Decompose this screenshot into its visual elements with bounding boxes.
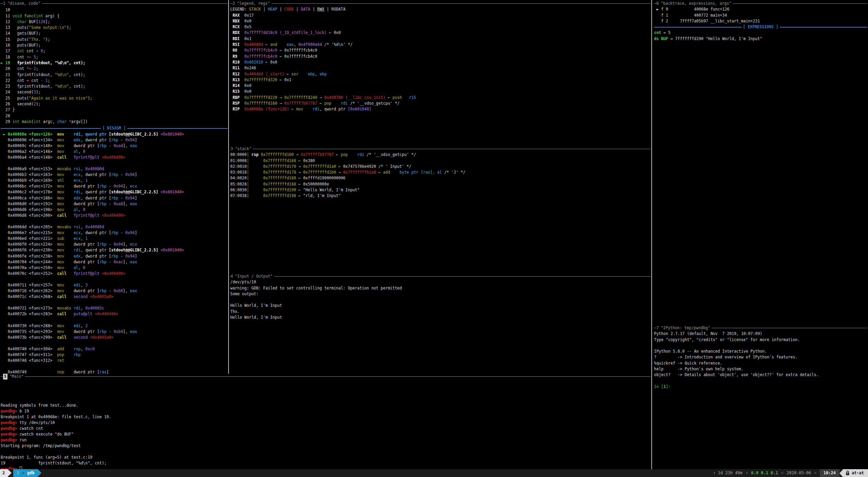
source-code[interactable]: 10 11 void func(int arg) { 12 char BUF[1… xyxy=(1,7,228,125)
disassembly[interactable]: ► 0x40068e <func+126> mov rdi, qword ptr… xyxy=(1,131,228,374)
terminal-line: 11 void func(int arg) { xyxy=(1,13,228,19)
terminal-line: R15 0x0 xyxy=(230,89,651,94)
pane-backtrace-expressions: ─6"backtrace, expressions, args" ► f 0 4… xyxy=(654,1,867,324)
pane-divider-vertical-right[interactable] xyxy=(651,0,652,469)
gdb-console[interactable]: Reading symbols from test...done.pwndbg>… xyxy=(1,379,651,469)
uptime-value: 1d 23h 49m xyxy=(718,469,742,477)
pane-title-io: ─4"Input / Output" xyxy=(230,273,651,279)
terminal-line xyxy=(1,218,228,224)
terminal-line: R9 0x7ffff7fcb4c0 ← 0x7ffff7fcb4c0 xyxy=(230,54,651,59)
terminal-line: 28 xyxy=(1,113,228,119)
terminal-line: Some output: xyxy=(230,291,651,297)
terminal-line: 18 cnt += 5; xyxy=(1,54,228,60)
expressions-divider-label: [ EXPRESSIONS ] xyxy=(742,24,780,30)
terminal-line: R10 0x602010 ← 0x0 xyxy=(230,59,651,65)
terminal-line: 0x400740 <func+304> add rsp, 0xc0 xyxy=(1,346,228,352)
terminal-line: IPython 5.8.0 -- An enhanced Interactive… xyxy=(654,349,867,354)
title-dash: ─ xyxy=(230,1,233,6)
terminal-line: 15 puts("Thx. "); xyxy=(1,37,228,42)
title-rule xyxy=(733,3,867,4)
terminal-line: 12 char BUF[128]; xyxy=(1,19,228,25)
powerline-arrow-icon xyxy=(8,469,12,477)
pane-title-label: "IPython: tmp/pwndbg" xyxy=(661,325,710,331)
powerline-arrow-icon xyxy=(839,470,843,477)
program-io[interactable]: /dev/pts/10warning: GDB: Failed to set c… xyxy=(230,279,651,320)
terminal-line: 0x4006fe <func+238> mov edx, dword ptr [… xyxy=(1,253,228,259)
pane-number: 3 xyxy=(231,146,233,152)
registers[interactable]: LEGEND: STACK | HEAP | CODE | DATA | RWX… xyxy=(230,6,651,112)
status-hostname: at-at xyxy=(843,469,868,477)
terminal-line xyxy=(1,160,228,166)
hostname: at-at xyxy=(852,469,864,477)
tmux-session-indicator[interactable]: 2 xyxy=(0,469,8,477)
terminal-line: RSI 0x40080d ← and eax, 0x4f000a64 /* '%… xyxy=(230,42,651,48)
terminal-line: 13 puts("Some output:\n"); xyxy=(1,25,228,31)
terminal-line: 24 second(3); xyxy=(1,89,228,95)
terminal-line: ► f 0 40068e func+126 xyxy=(654,6,867,12)
terminal-line: 19 fprintf(stdout, "%d\n", cnt); xyxy=(1,460,651,466)
terminal-line xyxy=(1,397,651,403)
terminal-line: 23 fprintf(stdout, "%d\n", cnt); xyxy=(1,84,228,89)
watch-expressions[interactable]: cnt = 5ds BUF = 7fffffffd190 "Hello Worl… xyxy=(654,30,867,42)
terminal-line: help -> Python's own help system. xyxy=(654,366,867,372)
terminal-line: RIP 0x40068e (func+126) ← mov rdi, qword… xyxy=(230,106,651,112)
pane-title-main: ─5"Main" xyxy=(1,374,651,379)
terminal-line: 0x4006d6 <func+198> mov al, 0 xyxy=(1,207,228,213)
terminal-line: Type "copyright", "credits" or "license"… xyxy=(654,337,867,343)
terminal-line: 0x40069c <func+140> mov dword ptr [rbp -… xyxy=(1,143,228,149)
text-cursor[interactable] xyxy=(20,466,22,469)
terminal-line: Hello World, I'm Input xyxy=(230,303,651,308)
terminal-line: 0x4006f6 <func+230> mov rdi, qword ptr [… xyxy=(1,247,228,253)
terminal-line: 0x400748 <func+312> ret xyxy=(1,358,228,364)
status-clock: 10:24 xyxy=(820,469,839,477)
terminal-line: 0x4006e7 <func+215> mov ecx, dword ptr [… xyxy=(1,230,228,236)
terminal-line: R8 0x7ffff7fcb4c0 ← 0x7ffff7fcb4c0 xyxy=(230,48,651,53)
terminal-line: 0x40070a <func+250> mov al, 0 xyxy=(1,265,228,271)
disasm-section-divider: [ DISASM ] xyxy=(1,125,228,131)
terminal-line: 03:0018│ 0x7fffffffd178 → 0x7fffffffd1b0… xyxy=(230,170,651,175)
terminal-line: 0x40070c <func+252> call fprintf@plt <0x… xyxy=(1,271,228,277)
terminal-line: 00:0000│ rsp 0x7fffffffd160 → 0x7ffff7b9… xyxy=(230,152,651,158)
divider-rule xyxy=(127,128,228,129)
divider-rule xyxy=(1,128,101,129)
title-rule xyxy=(272,3,651,4)
terminal-line: RDI 0x1 xyxy=(230,36,651,42)
lock-icon xyxy=(846,471,850,476)
status-date: 2020-03-06 xyxy=(786,469,811,477)
terminal-line: 0x4006c2 <func+178> mov rdi, qword ptr [… xyxy=(1,189,228,195)
disasm-divider-label: [ DISASM ] xyxy=(101,125,127,131)
terminal-line: ? -> Introduction and overview of IPytho… xyxy=(654,354,867,360)
pane-main-gdb[interactable]: ─5"Main" Reading symbols from test...don… xyxy=(1,374,651,469)
backtrace-frames[interactable]: ► f 0 40068e func+126 f 1 400772 main+34… xyxy=(654,6,867,24)
terminal-line: 29 int main(int argc, char *argv[]) xyxy=(1,119,228,125)
terminal-line: R11 0x246 xyxy=(230,65,651,71)
tmux-window-tab-gdb[interactable]: 1 > gdb xyxy=(13,469,38,477)
pane-divider-vertical-left[interactable] xyxy=(228,0,229,374)
pane-title-disasm-code: ─1"disasm, code" xyxy=(1,1,228,6)
stack-view[interactable]: 00:0000│ rsp 0x7fffffffd160 → 0x7ffff7b9… xyxy=(230,152,651,199)
title-dash: ─ xyxy=(1,1,3,6)
window-index: 1 xyxy=(17,469,19,477)
divider-rule xyxy=(780,27,867,28)
pane-number: 6 xyxy=(656,1,659,6)
terminal-line: 0x4006b3 <func+163> mov ecx, dword ptr [… xyxy=(1,172,228,178)
pane-title-label: "Main" xyxy=(10,374,24,379)
terminal-line: RAX 0x17 xyxy=(230,13,651,18)
terminal-line: ► 19 fprintf(stdout, "%d\n", cnt); xyxy=(1,60,228,66)
ipython-console[interactable]: Python 2.7.17 (default, Nov 7 2019, 10:0… xyxy=(654,331,867,390)
pane-number: 1 xyxy=(3,1,5,6)
terminal-line: 25 puts("Again as it was so nice"); xyxy=(1,95,228,101)
terminal-line: f 1 400772 main+34 xyxy=(654,13,867,18)
terminal-line: Reading symbols from test...done. xyxy=(1,403,651,408)
powerline-arrow-icon xyxy=(38,469,41,477)
terminal-line: R12 0x4004b0 (_start) ← xor ebp, ebp xyxy=(230,71,651,77)
pane-title-backtrace: ─6"backtrace, expressions, args" xyxy=(654,1,867,6)
terminal-line xyxy=(230,297,651,303)
terminal-line: RBX 0x0 xyxy=(230,18,651,24)
terminal-line xyxy=(1,364,228,369)
title-rule xyxy=(253,149,651,149)
terminal-line: 22 cnt = cnt - 1; xyxy=(1,78,228,84)
terminal-line: RDX 0x7ffff7dd18c0 (_IO_stdfile_1_lock) … xyxy=(230,30,651,36)
terminal-line xyxy=(1,277,228,282)
terminal-line: In [1]: xyxy=(654,384,867,390)
